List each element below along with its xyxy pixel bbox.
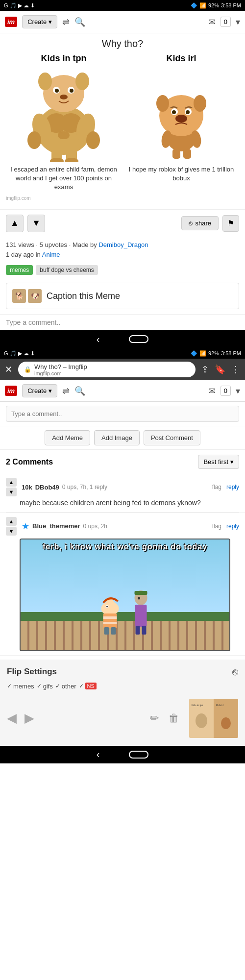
status-bar: G 🎵 ▶ ☁ ⬇ 🔷 📶 92% 3:58 PM: [0, 0, 245, 11]
share-button[interactable]: ⎋ share: [181, 216, 219, 230]
comment-2-upvote[interactable]: ▲: [6, 517, 17, 526]
svg-text:Kids in tpn: Kids in tpn: [192, 704, 203, 707]
mail-icon[interactable]: ✉: [208, 17, 216, 27]
browser-battery: 92%: [208, 350, 219, 356]
comment-2-meta: 0 ups, 2h: [83, 523, 209, 530]
imgflip-logo[interactable]: im: [5, 17, 17, 27]
dropdown-icon[interactable]: ▾: [236, 17, 240, 27]
checkbox-other[interactable]: ✓ other: [55, 683, 76, 690]
flip-forward-button[interactable]: ▶: [24, 710, 34, 726]
svg-point-8: [86, 131, 100, 149]
notification-count[interactable]: 0: [220, 17, 231, 27]
caption-meme-box[interactable]: 🐕 🐶 Caption this Meme: [6, 283, 239, 309]
svg-point-46: [138, 597, 140, 599]
meme-left-caption: I escaped an entire child farm, demon wo…: [7, 165, 120, 192]
comment-1-downvote[interactable]: ▼: [6, 488, 17, 496]
svg-point-24: [156, 95, 169, 112]
second-dropdown-icon[interactable]: ▾: [236, 386, 240, 396]
second-mail-icon[interactable]: ✉: [208, 386, 216, 396]
flip-delete-icon[interactable]: 🗑: [169, 712, 179, 725]
tags-row: memes buff doge vs cheems: [0, 263, 245, 280]
flip-checkboxes-row: ✓ memes ✓ gifs ✓ other ✓ NS: [7, 683, 238, 690]
label-gifs: gifs: [43, 683, 53, 690]
browser-url-bar[interactable]: 🔒 Why tho? – Imgflip imgflip.com: [18, 362, 196, 377]
flip-share-icon[interactable]: ⎋: [232, 666, 238, 678]
label-ns: NS: [85, 683, 97, 689]
second-nav-bar: im Create ▾ ⇌ 🔍 ✉ 0 ▾: [0, 380, 245, 402]
flip-nav-buttons: ◀ ▶: [7, 710, 140, 726]
comment-1-username[interactable]: DBob49: [35, 484, 59, 491]
sort-arrow-icon: ▾: [230, 458, 234, 466]
meme-title: Why tho?: [0, 33, 245, 53]
browser-menu-icon[interactable]: ⋮: [231, 364, 240, 375]
comment-2-username[interactable]: Blue_thememer: [32, 522, 80, 530]
browser-share-icon[interactable]: ⇪: [201, 364, 209, 375]
comment-2-downvote[interactable]: ▼: [6, 527, 17, 536]
browser-close-button[interactable]: ✕: [5, 364, 12, 375]
username-link[interactable]: Demiboy_Dragon: [98, 241, 148, 248]
comment-text-input[interactable]: [6, 406, 239, 422]
comment-actions: Add Meme Add Image Post Comment: [0, 426, 245, 450]
back-nav-icon[interactable]: ‹: [97, 334, 100, 345]
svg-point-4: [60, 131, 70, 139]
svg-rect-34: [183, 149, 191, 159]
phineas-character: [99, 594, 122, 636]
svg-point-29: [186, 110, 190, 114]
second-imgflip-logo[interactable]: im: [5, 386, 17, 396]
action-row: ▲ ▼ ⎋ share ⚑: [0, 209, 245, 237]
checkbox-memes[interactable]: ✓ memes: [7, 683, 34, 690]
checkbox-ns[interactable]: ✓ NS: [79, 683, 97, 689]
second-notification-count[interactable]: 0: [220, 386, 231, 396]
caption-icon-2: 🐶: [28, 289, 42, 303]
add-image-button[interactable]: Add Image: [94, 430, 140, 445]
upvote-button[interactable]: ▲: [6, 215, 24, 232]
browser-section: G 🎵 ▶ ☁ ⬇ 🔷 📶 92% 3:58 PM ✕ 🔒 Why tho? –…: [0, 348, 245, 746]
bottom-nav-1: ‹: [0, 330, 245, 348]
nav-bar: im Create ▾ ⇌ 🔍 ✉ 0 ▾: [0, 11, 245, 33]
comment-2-header: ▲ ▼ ★ Blue_thememer 0 ups, 2h flag reply: [6, 517, 239, 536]
flip-back-button[interactable]: ◀: [7, 710, 17, 726]
comment-1-text: maybe because children arent being fed t…: [20, 498, 239, 508]
comment-2-flag[interactable]: flag: [212, 523, 221, 530]
comment-1-reply[interactable]: reply: [226, 484, 239, 490]
svg-point-54: [196, 713, 207, 728]
share-icon: ⎋: [189, 220, 193, 227]
add-meme-button[interactable]: Add Meme: [45, 430, 90, 445]
comments-count: 2 Comments: [6, 458, 194, 466]
made-by-label: Made by: [73, 241, 97, 248]
browser-bookmark-icon[interactable]: 🔖: [215, 364, 225, 375]
svg-point-30: [175, 115, 187, 122]
browser-notification-icons: G 🎵 ▶ ☁ ⬇: [4, 350, 35, 357]
search-icon[interactable]: 🔍: [74, 17, 85, 27]
second-shuffle-icon[interactable]: ⇌: [62, 386, 70, 396]
svg-rect-49: [142, 626, 147, 635]
comment-2-reply[interactable]: reply: [226, 523, 239, 530]
comment-1-vote: ▲ ▼: [6, 478, 17, 496]
sort-button[interactable]: Best first ▾: [198, 455, 239, 469]
checkmark-ns: ✓: [79, 683, 84, 689]
svg-point-16: [70, 89, 74, 93]
community-link[interactable]: Anime: [42, 251, 60, 258]
comment-1-upvote[interactable]: ▲: [6, 478, 17, 487]
downvote-button[interactable]: ▼: [27, 215, 45, 232]
home-indicator[interactable]: [129, 335, 148, 343]
flip-edit-icon[interactable]: ✏: [150, 712, 159, 725]
checkbox-gifs[interactable]: ✓ gifs: [37, 683, 53, 690]
svg-rect-43: [111, 627, 116, 635]
flag-button[interactable]: ⚑: [222, 215, 239, 232]
shuffle-icon[interactable]: ⇌: [62, 17, 70, 27]
meme-left-col: Kids in tpn: [7, 53, 120, 192]
create-button[interactable]: Create ▾: [22, 15, 57, 28]
comment-1-flag[interactable]: flag: [212, 484, 221, 490]
tag-memes[interactable]: memes: [6, 265, 33, 275]
meta-row: 131 views · 5 upvotes · Made by Demiboy_…: [0, 237, 245, 264]
post-comment-button[interactable]: Post Comment: [144, 430, 200, 445]
bottom-home-indicator[interactable]: [129, 751, 148, 759]
tag-buff-doge[interactable]: buff doge vs cheems: [36, 265, 98, 275]
status-left-icons: G 🎵 ▶ ☁ ⬇: [4, 2, 35, 9]
bottom-back-icon[interactable]: ‹: [97, 749, 100, 760]
time: 3:58 PM: [221, 2, 241, 8]
second-search-icon[interactable]: 🔍: [74, 386, 85, 396]
svg-point-55: [221, 717, 231, 729]
second-create-button[interactable]: Create ▾: [22, 384, 57, 397]
